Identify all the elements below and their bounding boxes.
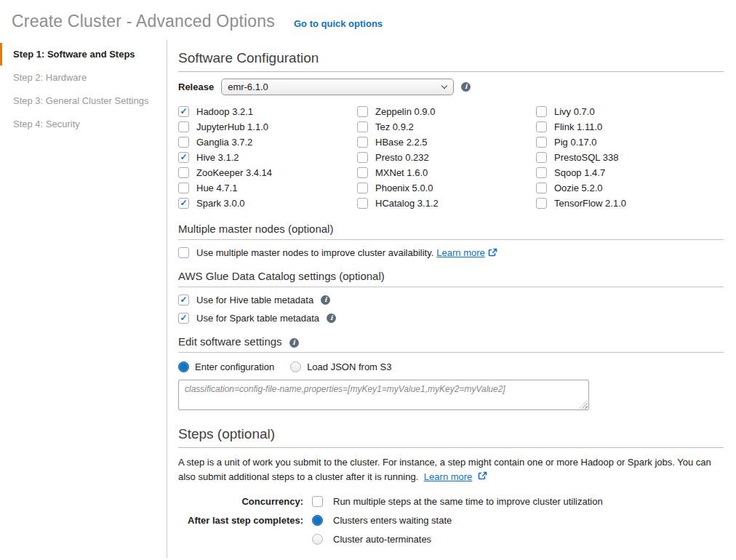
auto-terminate-radio[interactable] <box>312 534 323 545</box>
configuration-textarea-wrap <box>178 380 589 410</box>
application-row: Pig 0.17.0 <box>536 135 715 150</box>
multiple-master-nodes-heading: Multiple master nodes (optional) <box>178 223 724 240</box>
glue-hive-checkbox[interactable] <box>178 295 189 305</box>
release-info-icon[interactable] <box>461 82 471 92</box>
application-row: Oozie 5.2.0 <box>536 180 715 196</box>
application-row: Hive 3.1.2 <box>178 150 357 165</box>
sidebar-step-item[interactable]: Step 4: Security <box>0 113 167 135</box>
glue-hive-label: Use for Hive table metadata <box>196 295 313 305</box>
application-checkbox[interactable] <box>357 137 368 148</box>
edit-software-settings-heading: Edit software settings <box>178 335 724 353</box>
application-checkbox[interactable] <box>536 137 547 148</box>
application-checkbox[interactable] <box>178 106 189 117</box>
after-last-step-row: After last step completes: Clusters ente… <box>178 515 724 526</box>
application-checkbox[interactable] <box>178 198 189 209</box>
application-label: Pig 0.17.0 <box>554 137 597 148</box>
application-label: Livy 0.7.0 <box>554 106 595 117</box>
application-label: PrestoSQL 338 <box>554 152 618 163</box>
load-json-s3-radio[interactable] <box>290 361 301 372</box>
application-row: Flink 1.11.0 <box>536 119 715 135</box>
application-checkbox[interactable] <box>178 167 189 178</box>
sidebar-step-item[interactable]: Step 3: General Cluster Settings <box>0 89 167 112</box>
application-checkbox[interactable] <box>357 183 368 193</box>
application-checkbox[interactable] <box>536 121 547 132</box>
application-row: Hadoop 3.2.1 <box>178 104 357 119</box>
enter-configuration-label: Enter configuration <box>195 361 274 372</box>
application-checkbox[interactable] <box>178 152 189 163</box>
application-checkbox[interactable] <box>357 198 368 209</box>
waiting-state-label: Clusters enters waiting state <box>333 515 452 526</box>
application-label: Phoenix 5.0.0 <box>375 183 433 193</box>
application-row: Phoenix 5.0.0 <box>357 180 536 196</box>
sidebar-steps: Step 1: Software and StepsStep 2: Hardwa… <box>0 40 167 558</box>
concurrency-checkbox-label: Run multiple steps at the same time to i… <box>333 496 603 507</box>
application-label: JupyterHub 1.1.0 <box>196 121 268 132</box>
application-row: Livy 0.7.0 <box>536 104 715 119</box>
application-checkbox[interactable] <box>357 152 368 163</box>
application-label: Hive 3.1.2 <box>196 152 239 163</box>
sidebar-step-item[interactable]: Step 1: Software and Steps <box>0 43 167 65</box>
edit-software-info-icon[interactable] <box>289 338 299 348</box>
application-label: Oozie 5.2.0 <box>554 183 603 193</box>
after-last-step-label: After last step completes: <box>178 515 303 526</box>
go-to-quick-options-link[interactable]: Go to quick options <box>294 18 383 29</box>
load-json-s3-label: Load JSON from S3 <box>307 361 391 372</box>
application-row: PrestoSQL 338 <box>536 150 715 165</box>
application-row: Hue 4.7.1 <box>178 180 357 196</box>
application-checkbox[interactable] <box>357 167 368 178</box>
sidebar-step-item[interactable]: Step 2: Hardware <box>0 66 167 89</box>
page-title: Create Cluster - Advanced Options <box>12 12 275 31</box>
application-label: Spark 3.0.0 <box>196 198 245 209</box>
external-link-icon <box>488 248 497 257</box>
concurrency-label: Concurrency: <box>178 496 303 507</box>
application-checkbox[interactable] <box>536 198 547 209</box>
main-content: Software Configuration Release emr-6.1.0… <box>167 40 736 558</box>
application-label: ZooKeeper 3.4.14 <box>196 167 272 178</box>
multiple-master-checkbox[interactable] <box>178 247 189 258</box>
concurrency-row: Concurrency: Run multiple steps at the s… <box>178 496 724 507</box>
glue-hive-info-icon[interactable] <box>321 295 330 305</box>
application-checkbox[interactable] <box>536 106 547 117</box>
application-row: Ganglia 3.7.2 <box>178 135 357 150</box>
glue-spark-info-icon[interactable] <box>327 313 336 323</box>
master-learn-more-link[interactable]: Learn more <box>436 247 484 258</box>
external-link-icon <box>478 471 487 481</box>
release-select[interactable]: emr-6.1.0 <box>221 79 454 95</box>
application-label: Tez 0.9.2 <box>375 121 414 132</box>
application-checkbox[interactable] <box>536 167 547 178</box>
application-row: ZooKeeper 3.4.14 <box>178 165 357 180</box>
release-row: Release emr-6.1.0 <box>178 79 724 95</box>
concurrency-checkbox[interactable] <box>312 496 323 507</box>
application-label: Ganglia 3.7.2 <box>196 137 252 148</box>
application-label: Hadoop 3.2.1 <box>196 106 253 117</box>
application-row: JupyterHub 1.1.0 <box>178 119 357 135</box>
steps-learn-more-link[interactable]: Learn more <box>424 471 472 482</box>
application-row: Presto 0.232 <box>357 150 536 165</box>
enter-configuration-radio[interactable] <box>178 361 189 372</box>
application-checkbox[interactable] <box>178 183 189 193</box>
glue-hive-row: Use for Hive table metadata <box>178 295 724 305</box>
glue-spark-label: Use for Spark table metadata <box>196 313 319 324</box>
application-checkbox[interactable] <box>357 121 368 132</box>
application-label: Zeppelin 0.9.0 <box>375 106 435 117</box>
application-checkbox[interactable] <box>178 137 189 148</box>
application-checkbox[interactable] <box>536 152 547 163</box>
application-checkbox[interactable] <box>178 121 189 132</box>
steps-description: A step is a unit of work you submit to t… <box>178 455 724 484</box>
application-checkbox[interactable] <box>357 106 368 117</box>
edit-software-settings-label: Edit software settings <box>178 335 282 348</box>
glue-settings-heading: AWS Glue Data Catalog settings (optional… <box>178 270 724 287</box>
application-row: Tez 0.9.2 <box>357 119 536 135</box>
application-label: HBase 2.2.5 <box>375 137 428 148</box>
application-row: Spark 3.0.0 <box>178 196 357 211</box>
create-cluster-page: Create Cluster - Advanced Options Go to … <box>0 0 736 560</box>
glue-spark-checkbox[interactable] <box>178 313 189 324</box>
software-configuration-heading: Software Configuration <box>178 50 724 72</box>
configuration-textarea[interactable] <box>178 380 589 410</box>
application-checkbox[interactable] <box>536 183 547 193</box>
application-row: TensorFlow 2.1.0 <box>536 196 715 211</box>
release-label: Release <box>178 81 214 92</box>
multiple-master-nodes-row: Use multiple master nodes to improve clu… <box>178 247 724 258</box>
waiting-state-radio[interactable] <box>312 515 323 526</box>
steps-heading: Steps (optional) <box>178 426 724 448</box>
